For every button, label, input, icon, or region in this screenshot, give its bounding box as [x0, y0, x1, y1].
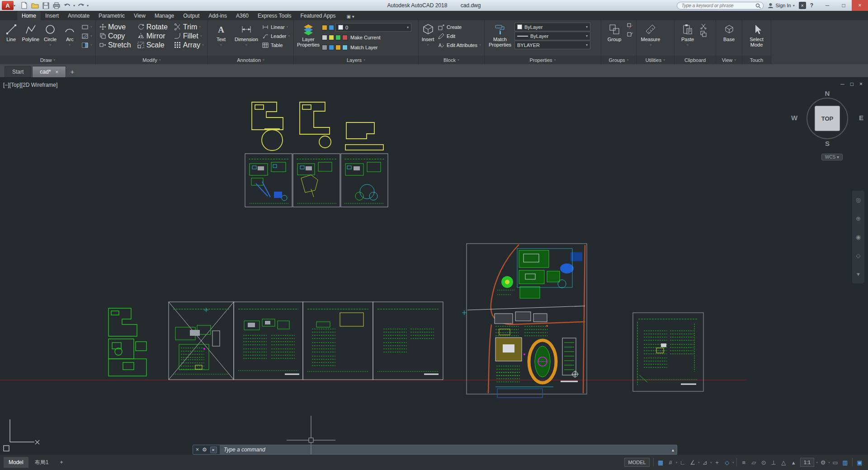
circle-button[interactable]: Circle ▾: [41, 22, 60, 48]
command-close-icon[interactable]: ×: [196, 446, 199, 453]
exchange-apps-icon[interactable]: ×: [799, 2, 806, 9]
viewcube-east[interactable]: E: [859, 114, 863, 122]
viewcube[interactable]: N W E S TOP: [799, 90, 855, 146]
panel-label-touch[interactable]: Touch: [742, 56, 771, 64]
base-button[interactable]: Base: [718, 22, 740, 42]
command-customize-icon[interactable]: ⚙: [202, 446, 207, 453]
transparency-toggle[interactable]: ▱: [749, 457, 759, 468]
caret-down-icon[interactable]: ▾: [816, 461, 818, 465]
copy-clip-icon[interactable]: [700, 30, 707, 38]
text-button[interactable]: A Text ▾: [210, 22, 232, 48]
rotate-button[interactable]: Rotate: [136, 23, 169, 31]
zoom-icon[interactable]: ◉: [856, 234, 861, 240]
layer-tool-icon[interactable]: [329, 25, 334, 30]
make-current-button[interactable]: Make Current: [349, 33, 382, 42]
tab-manage[interactable]: Manage: [150, 11, 179, 20]
graphics-performance-toggle[interactable]: ▥: [840, 457, 850, 468]
rectangle-tool-button[interactable]: ▾: [80, 23, 94, 31]
site-plan-thumbnails[interactable]: [245, 154, 388, 207]
select-mode-button[interactable]: Select Mode: [744, 22, 769, 47]
orbit-icon[interactable]: ◇: [856, 252, 861, 259]
cut-icon[interactable]: [700, 23, 707, 30]
dynamic-ucs-toggle[interactable]: ⊥: [769, 457, 778, 468]
mirror-button[interactable]: Mirror: [136, 32, 169, 40]
autoscale-toggle[interactable]: ▴: [789, 457, 798, 468]
command-history-icon[interactable]: ▴: [669, 445, 677, 454]
viewport-restore-icon[interactable]: □: [850, 81, 854, 87]
layer-tool-icon[interactable]: [322, 45, 327, 50]
caret-down-icon[interactable]: ▾: [710, 461, 712, 465]
insert-button[interactable]: Insert ▾: [420, 22, 435, 48]
selection-cycling-toggle[interactable]: ⊙: [759, 457, 769, 468]
panel-label-layers[interactable]: Layers▾: [294, 56, 418, 64]
viewport-controls[interactable]: [−][Top][2D Wireframe]: [3, 82, 57, 88]
group-button[interactable]: Group: [603, 22, 626, 42]
move-button[interactable]: Move: [98, 23, 132, 31]
tab-annotate[interactable]: Annotate: [63, 11, 94, 20]
tab-addins[interactable]: Add-ins: [204, 11, 231, 20]
layer-tool-icon[interactable]: [335, 35, 341, 40]
detail-plan-right[interactable]: [633, 313, 703, 391]
navbar-menu-icon[interactable]: ▾: [857, 271, 860, 277]
caret-down-icon[interactable]: ▾: [676, 461, 678, 465]
create-block-button[interactable]: Create: [436, 23, 482, 31]
snap-mode-toggle[interactable]: #: [666, 457, 675, 468]
close-button[interactable]: ×: [852, 0, 868, 11]
group-edit-icon[interactable]: [627, 30, 634, 38]
app-menu-caret-icon[interactable]: ▾: [14, 4, 15, 8]
caret-down-icon[interactable]: ▾: [698, 461, 700, 465]
undo-icon[interactable]: [62, 1, 72, 10]
pan-icon[interactable]: ⊕: [856, 215, 861, 222]
tab-a360[interactable]: A360: [231, 11, 253, 20]
annotation-visibility-toggle[interactable]: △: [779, 457, 788, 468]
linetype-select[interactable]: ByLayer ▾: [514, 32, 590, 40]
save-icon[interactable]: [41, 1, 51, 10]
panel-label-groups[interactable]: Groups▾: [601, 56, 636, 64]
ucs-icon[interactable]: [4, 419, 39, 451]
linear-button[interactable]: Linear▾: [260, 23, 291, 31]
search-input[interactable]: [677, 2, 764, 9]
edit-attributes-button[interactable]: AEdit Attributes▾: [436, 41, 482, 49]
model-tab[interactable]: Model: [4, 457, 28, 468]
autocad-logo[interactable]: A: [2, 1, 14, 10]
layer-tool-icon[interactable]: [322, 35, 327, 40]
match-properties-button[interactable]: Match Properties: [486, 22, 514, 47]
polyline-button[interactable]: Polyline: [21, 22, 40, 42]
tab-home[interactable]: Home: [17, 11, 41, 20]
tab-express-tools[interactable]: Express Tools: [253, 11, 296, 20]
close-tab-icon[interactable]: ×: [55, 69, 58, 75]
match-layer-button[interactable]: Match Layer: [349, 43, 379, 52]
viewport-minimize-icon[interactable]: ─: [840, 81, 844, 87]
caret-down-icon[interactable]: ▾: [732, 461, 734, 465]
annotation-scale-button[interactable]: 1:1: [800, 458, 814, 467]
hatch-tool-button[interactable]: ▾: [80, 32, 94, 40]
annotation-monitor-toggle[interactable]: ▭: [830, 457, 840, 468]
file-tab-start[interactable]: Start: [5, 66, 31, 77]
measure-button[interactable]: Measure ▾: [638, 22, 663, 48]
layer-tool-icon[interactable]: [342, 35, 348, 40]
paste-button[interactable]: Paste ▾: [676, 22, 699, 48]
layer-tool-icon[interactable]: [329, 35, 334, 40]
trim-button[interactable]: Trim▾: [173, 23, 205, 31]
tab-featured-apps[interactable]: Featured Apps: [296, 11, 340, 20]
panel-label-view[interactable]: View▾: [716, 56, 742, 64]
object-snap-tracking-toggle[interactable]: +: [712, 457, 722, 468]
panel-label-clipboard[interactable]: Clipboard: [675, 56, 716, 64]
table-button[interactable]: Table: [260, 41, 291, 49]
copy-button[interactable]: Copy: [98, 32, 132, 40]
caret-down-icon[interactable]: ▾: [828, 461, 830, 465]
layer-tool-icon[interactable]: [342, 45, 348, 50]
plot-icon[interactable]: [52, 1, 61, 10]
viewcube-south[interactable]: S: [799, 140, 855, 147]
layout1-tab[interactable]: 布局1: [30, 456, 54, 469]
tab-output[interactable]: Output: [179, 11, 204, 20]
workspace-switching-button[interactable]: ⚙: [818, 457, 828, 468]
green-building-outlines[interactable]: [108, 308, 146, 376]
lineweight-select[interactable]: BYLAYER ▾: [514, 41, 590, 49]
open-file-icon[interactable]: [30, 1, 40, 10]
command-input[interactable]: Type a command: [220, 445, 669, 454]
panel-label-block[interactable]: Block▾: [419, 56, 484, 64]
isometric-drafting-toggle[interactable]: ⊿: [700, 457, 710, 468]
point-markers[interactable]: [204, 308, 467, 315]
object-color-select[interactable]: ByLayer ▾: [514, 23, 590, 31]
